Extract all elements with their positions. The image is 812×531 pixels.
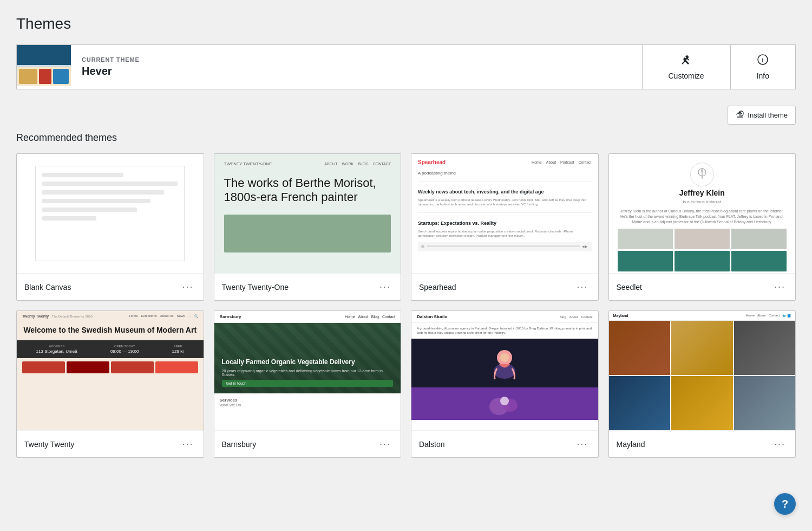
theme-name: Spearhead: [419, 283, 456, 292]
theme-preview-spearhead: Spearhead Home About Podcast Contact A p…: [411, 154, 598, 273]
mayland-logo: Mayland: [613, 314, 628, 318]
help-icon: ?: [782, 498, 788, 510]
theme-more-button[interactable]: ···: [772, 437, 788, 451]
theme-card-footer: Mayland ···: [609, 430, 796, 457]
sp-weekly: Weekly news about tech, investing, and t…: [418, 189, 592, 195]
theme-more-button[interactable]: ···: [377, 437, 393, 451]
theme-more-button[interactable]: ···: [377, 280, 393, 294]
theme-card-twenty-twenty-one[interactable]: TWENTY TWENTY-ONE ABOUT WORK BLOG CONTAC…: [214, 153, 402, 301]
seedlet-emblem: [690, 163, 714, 186]
theme-card-footer: Seedlet ···: [609, 273, 796, 300]
svg-point-10: [500, 397, 509, 405]
theme-card-barnsbury[interactable]: Barnsbury Home About Blog Contact Locall…: [214, 310, 402, 458]
p20-hero-title: Welcome to the Swedish Museum of Modern …: [22, 326, 198, 335]
theme-name: Mayland: [617, 440, 645, 449]
help-button[interactable]: ?: [774, 493, 796, 515]
sp-section: Startups: Expectations vs. Reality: [418, 221, 592, 226]
barn-logo: Barnsbury: [220, 314, 241, 319]
barn-hero-title: Locally Farmed Organic Vegetable Deliver…: [222, 358, 394, 367]
theme-card-dalston[interactable]: Dalston Studio Blog About Content A grou…: [411, 310, 599, 458]
svg-text:i: i: [762, 57, 764, 63]
p21-image: [224, 215, 391, 252]
page-title: Themes: [16, 15, 796, 33]
current-theme-info: CURRENT THEME Hever: [71, 45, 642, 89]
theme-card-footer: Dalston ···: [411, 430, 598, 457]
theme-more-button[interactable]: ···: [574, 437, 590, 451]
theme-card-footer: Twenty Twenty-One ···: [214, 273, 401, 300]
customize-label: Customize: [669, 72, 704, 80]
wrench-icon: [680, 54, 692, 68]
info-label: Info: [757, 72, 769, 80]
info-icon: i: [757, 54, 769, 68]
seedlet-name: Jeffrey Klein: [679, 189, 725, 197]
theme-name: Dalston: [419, 440, 444, 449]
theme-preview-mayland: Mayland Home About Contact 🐦 📘: [609, 311, 796, 430]
dalston-logo: Dalston Studio: [417, 314, 447, 319]
themes-grid: Blank Canvas ··· TWENTY TWENTY-ONE ABOUT…: [16, 153, 796, 458]
install-theme-label: Install theme: [748, 111, 788, 119]
theme-more-button[interactable]: ···: [772, 280, 788, 294]
theme-card-twenty-twenty[interactable]: Twenty Twenty The Default Theme for 2020…: [16, 310, 204, 458]
theme-name: Barnsbury: [222, 440, 257, 449]
theme-name: Seedlet: [617, 283, 642, 292]
dalston-purple-section: [411, 387, 598, 420]
theme-card-spearhead[interactable]: Spearhead Home About Podcast Contact A p…: [411, 153, 599, 301]
theme-preview-barnsbury: Barnsbury Home About Blog Contact Locall…: [214, 311, 401, 430]
svg-point-7: [500, 353, 509, 362]
cloud-upload-icon: [736, 110, 744, 120]
current-theme-actions: Customize i Info: [642, 45, 796, 89]
customize-button[interactable]: Customize: [643, 45, 731, 89]
theme-preview-twenty-twenty: Twenty Twenty The Default Theme for 2020…: [17, 311, 204, 430]
theme-card-blank-canvas[interactable]: Blank Canvas ···: [16, 153, 204, 301]
current-theme-bar: CURRENT THEME Hever Customize i: [16, 44, 796, 89]
theme-more-button[interactable]: ···: [180, 437, 195, 451]
seedlet-sub: is a curious botanist: [683, 199, 721, 204]
theme-name: Twenty Twenty: [24, 440, 74, 449]
theme-more-button[interactable]: ···: [180, 280, 195, 294]
svg-line-0: [682, 61, 685, 64]
theme-more-button[interactable]: ···: [574, 280, 590, 294]
theme-preview-twenty-twenty-one: TWENTY TWENTY-ONE ABOUT WORK BLOG CONTAC…: [214, 154, 401, 273]
theme-preview-blank-canvas: [17, 154, 204, 273]
p21-heading: The works of Berthe Morisot, 1800s-era F…: [224, 176, 391, 205]
theme-card-mayland[interactable]: Mayland Home About Contact 🐦 📘: [608, 310, 796, 458]
current-theme-name: Hever: [82, 65, 631, 77]
theme-preview-dalston: Dalston Studio Blog About Content A grou…: [411, 311, 598, 430]
current-theme-thumbnail: [17, 45, 71, 86]
dalston-dark-section: [411, 339, 598, 387]
install-theme-button[interactable]: Install theme: [728, 106, 796, 125]
info-button[interactable]: i Info: [731, 45, 795, 89]
p21-brand: TWENTY TWENTY-ONE: [224, 161, 272, 166]
p20-brand: Twenty Twenty: [22, 314, 49, 318]
sp-logo: Spearhead: [418, 159, 446, 165]
theme-card-footer: Barnsbury ···: [214, 430, 401, 457]
theme-card-footer: Blank Canvas ···: [17, 273, 204, 300]
theme-name: Blank Canvas: [24, 283, 71, 292]
theme-name: Twenty Twenty-One: [222, 283, 289, 292]
toolbar-row: Install theme: [16, 106, 796, 125]
recommended-heading: Recommended themes: [16, 132, 796, 144]
theme-card-footer: Twenty Twenty ···: [17, 430, 204, 457]
current-theme-label: CURRENT THEME: [82, 56, 631, 63]
theme-card-footer: Spearhead ···: [411, 273, 598, 300]
sp-tagline: A podcasting theme: [418, 171, 592, 176]
theme-preview-seedlet: Jeffrey Klein is a curious botanist Jeff…: [609, 154, 796, 273]
theme-card-seedlet[interactable]: Jeffrey Klein is a curious botanist Jeff…: [608, 153, 796, 301]
